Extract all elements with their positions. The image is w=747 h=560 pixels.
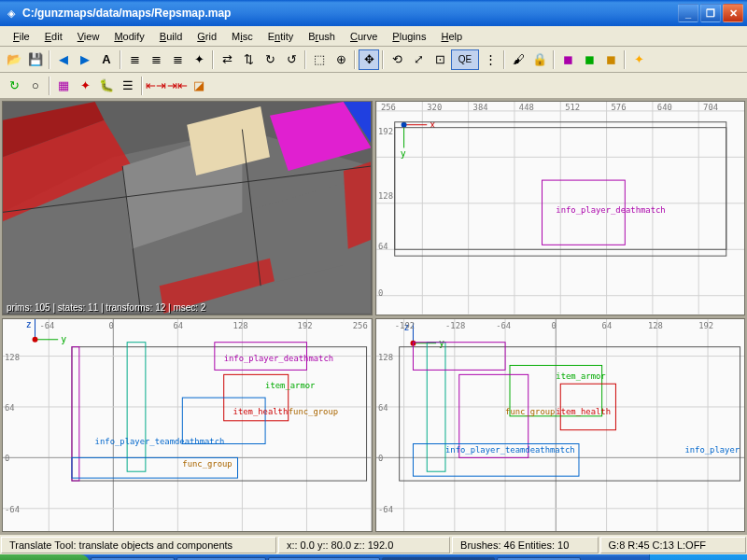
grid-xy: x y 256 320 384 448 512 576 640 704 192 …	[376, 102, 745, 315]
window-buttons: _ ❐ ✕	[678, 4, 743, 22]
refresh-button[interactable]: ✦	[628, 49, 649, 70]
fliph-button[interactable]: ⇄	[217, 49, 237, 70]
entity-icon: ✦	[80, 78, 91, 92]
mirror-v-button[interactable]: ⇥⇤	[167, 76, 188, 96]
menu-build[interactable]: Build	[152, 29, 190, 44]
app-icon: ◈	[4, 6, 19, 21]
rotccw-button[interactable]: ↺	[281, 49, 302, 70]
window-title: C:/gunzmaps/data/maps/Repsmap.map	[22, 7, 678, 20]
csg-button[interactable]: ◪	[189, 76, 209, 96]
view1-button[interactable]: ◼	[557, 49, 578, 70]
tick-label: 0	[108, 320, 113, 329]
mirror-h-button[interactable]: ⇤⇥	[146, 76, 166, 96]
resize-button[interactable]: ⊡	[430, 49, 450, 70]
toolbar-separator	[503, 50, 505, 69]
scene-3d	[3, 102, 371, 314]
menu-edit[interactable]: Edit	[37, 29, 70, 44]
tick-label: 704	[703, 103, 718, 112]
menu-curve[interactable]: Curve	[343, 29, 385, 44]
viewport-grid: prims: 105 | states: 11 | transforms: 12…	[0, 99, 747, 534]
maximize-button[interactable]: ❐	[700, 4, 721, 22]
menu-help[interactable]: Help	[433, 29, 470, 44]
axis-label-y: y	[400, 148, 405, 159]
menubar: File Edit View Modify Build Grid Misc En…	[0, 26, 747, 47]
sync-button[interactable]: ↻	[4, 76, 24, 96]
menu-file[interactable]: File	[6, 29, 37, 44]
move1-button[interactable]: ⊕	[331, 49, 351, 70]
taskbar: ⊞ start 👥6 Messenger 📁Search Results 🦊Fr…	[0, 554, 747, 560]
axis-button[interactable]: ✦	[189, 49, 209, 70]
font-icon: A	[102, 52, 110, 66]
back-button[interactable]: ◀	[53, 49, 74, 70]
dropdown2-button[interactable]: ≣	[146, 49, 166, 70]
viewport-yz[interactable]: y z -64 0 64 128 192 256 128 64 0 -64 in…	[2, 318, 373, 533]
toolbar-main: 📂 💾 ◀ ▶ A ≣ ≣ ≣ ✦ ⇄ ⇅ ↻ ↺ ⬚ ⊕ ✥ ⟲ ⤢ ⊡ QE…	[0, 47, 747, 73]
toolbar-separator	[49, 50, 50, 69]
axis-label-y: y	[61, 333, 66, 343]
minimize-button[interactable]: _	[678, 4, 698, 22]
entity-label: func_group	[182, 459, 232, 469]
scale-icon: ⤢	[414, 52, 424, 66]
entity-button[interactable]: ✦	[75, 76, 95, 96]
menu-grid[interactable]: Grid	[190, 29, 224, 44]
entity-label: item_armor	[265, 381, 315, 390]
vertex-button[interactable]: ⋮	[480, 49, 500, 70]
grid-yz: y z -64 0 64 128 192 256 128 64 0 -64 in…	[3, 319, 372, 532]
viewport-xy[interactable]: x y 256 320 384 448 512 576 640 704 192 …	[375, 101, 746, 315]
tick-label: 128	[5, 352, 20, 361]
system-tray[interactable]: ◀ 🔊 🛡 3:01 PM	[649, 554, 747, 560]
svg-marker-8	[344, 161, 372, 249]
select-button[interactable]: ⬚	[309, 49, 330, 70]
flip-h-icon: ⇄	[222, 52, 233, 66]
translate-icon: ✥	[364, 52, 374, 66]
menu-modify[interactable]: Modify	[106, 29, 151, 44]
qe-button[interactable]: QE	[451, 49, 479, 70]
dropdown1-button[interactable]: ≣	[124, 49, 145, 70]
entity-label: item_health	[556, 406, 611, 415]
arrow-left-icon: ◀	[59, 52, 68, 66]
texture-icon: 🔒	[532, 52, 547, 66]
viewport-3d[interactable]: prims: 105 | states: 11 | transforms: 12…	[2, 101, 373, 315]
forward-button[interactable]: ▶	[75, 49, 95, 70]
dropdown3-button[interactable]: ≣	[167, 49, 188, 70]
view3-button[interactable]: ◼	[600, 49, 621, 70]
save-button[interactable]: 💾	[25, 49, 46, 70]
sync2-button[interactable]: ○	[25, 76, 46, 96]
resize-icon: ⊡	[435, 52, 445, 66]
open-button[interactable]: 📂	[4, 49, 24, 70]
list-icon: ≣	[130, 52, 140, 66]
select-icon: ⬚	[314, 52, 325, 66]
bug-button[interactable]: 🐛	[96, 76, 117, 96]
sync-icon: ↻	[9, 78, 20, 92]
view2-button[interactable]: ◼	[579, 49, 599, 70]
menu-entity[interactable]: Entity	[261, 29, 302, 44]
menu-plugins[interactable]: Plugins	[385, 29, 433, 44]
flipv-button[interactable]: ⇅	[238, 49, 259, 70]
rotcw-button[interactable]: ↻	[260, 49, 280, 70]
toolbar-separator	[382, 50, 384, 69]
tick-label: 320	[427, 103, 442, 112]
tick-label: 128	[233, 320, 248, 329]
toolbar-secondary: ↻ ○ ▦ ✦ 🐛 ☰ ⇤⇥ ⇥⇤ ◪	[0, 73, 747, 99]
view-icon: ◼	[563, 52, 573, 66]
list-icon: ≣	[173, 52, 183, 66]
viewport-xz[interactable]: y z -192 -128 -64 0 64 128 192 128 64 0 …	[375, 318, 746, 533]
translate-button[interactable]: ✥	[359, 49, 379, 70]
start-button[interactable]: ⊞ start	[0, 554, 90, 560]
font-button[interactable]: A	[96, 49, 117, 70]
tick-label: -64	[377, 504, 392, 513]
menu-view[interactable]: View	[70, 29, 107, 44]
texture-button[interactable]: 🔒	[529, 49, 550, 70]
grid1-button[interactable]: ▦	[53, 76, 74, 96]
tick-label: 256	[353, 320, 368, 329]
tick-label: 0	[377, 454, 382, 463]
rotate-button[interactable]: ⟲	[387, 49, 407, 70]
tick-label: -64	[496, 320, 511, 329]
close-button[interactable]: ✕	[723, 4, 743, 22]
menu-misc[interactable]: Misc	[224, 29, 261, 44]
menu-brush[interactable]: Brush	[301, 29, 343, 44]
grid-icon: ▦	[58, 78, 69, 92]
brush-button[interactable]: 🖌	[508, 49, 529, 70]
scale-button[interactable]: ⤢	[408, 49, 429, 70]
group-button[interactable]: ☰	[118, 76, 138, 96]
